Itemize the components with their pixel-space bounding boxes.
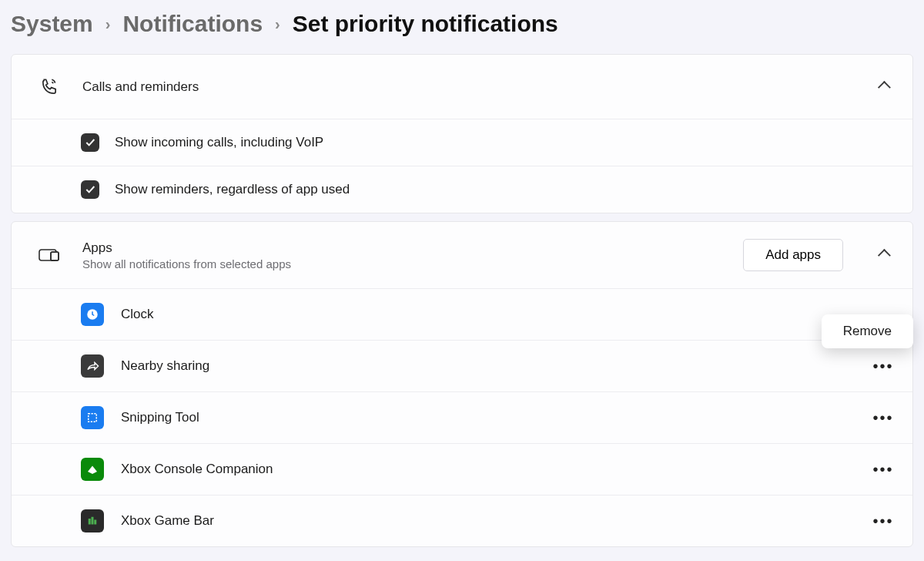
more-icon: ••• [872,461,893,479]
app-name-label: Nearby sharing [121,358,855,374]
more-icon: ••• [872,409,893,427]
app-icon [81,354,104,378]
app-name-label: Snipping Tool [121,410,855,425]
breadcrumb-system[interactable]: System [11,11,93,37]
app-row: Xbox Game Bar••• [12,495,912,546]
breadcrumb: System › Notifications › Set priority no… [0,0,924,54]
app-more-button[interactable]: ••• [872,407,894,428]
app-row: Clock [12,289,912,341]
show-incoming-calls-label: Show incoming calls, including VoIP [115,135,323,150]
show-reminders-label: Show reminders, regardless of app used [115,182,350,197]
calls-reminders-header[interactable]: Calls and reminders [12,55,912,119]
more-icon: ••• [872,358,893,375]
app-row: Snipping Tool••• [12,392,912,444]
app-icon [81,303,104,326]
add-apps-button[interactable]: Add apps [743,239,843,271]
more-icon: ••• [872,512,893,530]
apps-icon [38,247,61,263]
app-icon [81,406,104,429]
app-name-label: Xbox Game Bar [121,513,855,529]
show-reminders-row[interactable]: Show reminders, regardless of app used [12,166,912,213]
apps-title: Apps [82,240,721,256]
svg-rect-4 [89,414,97,422]
svg-rect-7 [94,520,96,525]
svg-rect-5 [89,519,91,525]
app-row: Xbox Console Companion••• [12,444,912,495]
chevron-up-icon [879,248,888,262]
app-more-button[interactable]: ••• [872,459,894,480]
app-row: Nearby sharing••• [12,341,912,392]
chevron-up-icon [879,80,888,94]
show-reminders-checkbox[interactable] [81,180,99,199]
app-icon [81,458,104,481]
page-title: Set priority notifications [293,11,558,37]
app-name-label: Clock [121,307,894,322]
breadcrumb-notifications[interactable]: Notifications [122,11,263,37]
show-incoming-calls-checkbox[interactable] [81,133,99,152]
calls-reminders-card: Calls and reminders Show incoming calls,… [11,54,913,213]
chevron-right-icon: › [275,15,280,33]
app-name-label: Xbox Console Companion [121,462,855,477]
collapse-calls-button[interactable] [872,80,894,94]
show-incoming-calls-row[interactable]: Show incoming calls, including VoIP [12,119,912,166]
chevron-right-icon: › [105,15,111,33]
apps-card: Apps Show all notifications from selecte… [11,221,913,547]
app-more-button[interactable]: ••• [872,510,894,532]
apps-subtitle: Show all notifications from selected app… [82,257,721,270]
svg-rect-1 [51,252,59,260]
svg-rect-6 [92,517,94,525]
remove-menu-item[interactable]: Remove [822,314,913,348]
collapse-apps-button[interactable] [872,248,894,262]
phone-icon [38,77,61,97]
app-more-button[interactable]: ••• [872,355,894,377]
app-icon [81,509,104,532]
calls-reminders-title: Calls and reminders [82,79,851,95]
apps-header: Apps Show all notifications from selecte… [12,222,912,289]
